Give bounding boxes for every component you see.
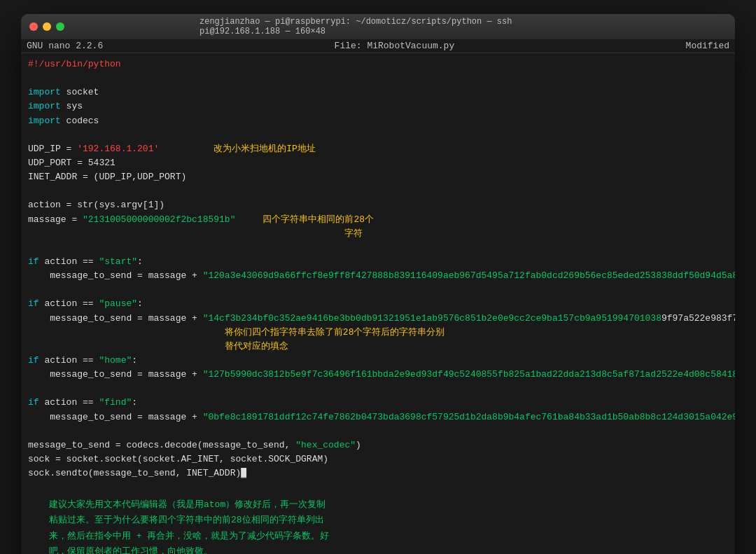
nano-filename: File: MiRobotVacuum.py xyxy=(335,41,455,51)
nano-version: GNU nano 2.2.6 xyxy=(27,41,103,51)
traffic-lights xyxy=(29,22,64,31)
blank8 xyxy=(28,480,728,494)
titlebar: zengjianzhao — pi@raspberrypi: ~/domotic… xyxy=(21,14,735,39)
if-start: if action == "start": xyxy=(28,255,728,269)
decode-line: message_to_send = codecs.decode(message_… xyxy=(28,438,728,452)
action-line: action = str(sys.argv[1]) xyxy=(28,198,728,212)
shebang-line: #!/usr/bin/python xyxy=(28,57,728,71)
blank1 xyxy=(28,71,728,85)
close-button[interactable] xyxy=(29,22,38,31)
chinese-comment: 建议大家先用文本代码编辑器（我是用atom）修改好后，再一次复制 粘贴过来。至于… xyxy=(49,497,728,554)
udp-ip-line: UDP_IP = '192.168.1.201' 改为小米扫地机的IP地址 xyxy=(28,142,728,156)
sendto-line: sock.sendto(message_to_send, INET_ADDR)█ xyxy=(28,466,728,480)
massage-line: massage = "2131005000000002f2bc18591b" 四… xyxy=(28,213,728,227)
sock-line: sock = socket.socket(socket.AF_INET, soc… xyxy=(28,452,728,466)
import-codecs: import codecs xyxy=(28,114,728,128)
terminal-window: zengjianzhao — pi@raspberrypi: ~/domotic… xyxy=(21,14,735,554)
if-home: if action == "home": xyxy=(28,354,728,368)
home-send: message_to_send = massage + "127b5990dc3… xyxy=(28,368,728,382)
minimize-button[interactable] xyxy=(43,22,51,31)
udp-port-line: UDP_PORT = 54321 xyxy=(28,156,728,170)
blank4 xyxy=(28,241,728,255)
blank7 xyxy=(28,424,728,438)
if-pause: if action == "pause": xyxy=(28,297,728,311)
find-send: message_to_send = massage + "0bfe8c18917… xyxy=(28,410,728,424)
pause-send: message_to_send = massage + "14cf3b234bf… xyxy=(28,312,728,326)
import-socket: import socket xyxy=(28,85,728,99)
massage-comment: 字符 xyxy=(28,227,728,241)
inet-addr-line: INET_ADDR = (UDP_IP,UDP_PORT) xyxy=(28,170,728,184)
pause-comment2: 替代对应的填念 xyxy=(28,340,728,354)
blank3 xyxy=(28,184,728,198)
blank5 xyxy=(28,283,728,297)
import-sys: import sys xyxy=(28,99,728,113)
nano-modified: Modified xyxy=(686,41,729,51)
blank6 xyxy=(28,382,728,396)
blank2 xyxy=(28,128,728,142)
window-title: zengjianzhao — pi@raspberrypi: ~/domotic… xyxy=(200,17,556,36)
maximize-button[interactable] xyxy=(56,22,64,31)
pause-comment: 将你们四个指字符串去除了前28个字符后的字符串分别 xyxy=(28,326,728,340)
if-find: if action == "find": xyxy=(28,396,728,410)
start-send: message_to_send = massage + "120a3e43069… xyxy=(28,269,728,283)
editor-area[interactable]: #!/usr/bin/python import socket import s… xyxy=(21,53,735,554)
nano-header: GNU nano 2.2.6 File: MiRobotVacuum.py Mo… xyxy=(21,39,735,53)
